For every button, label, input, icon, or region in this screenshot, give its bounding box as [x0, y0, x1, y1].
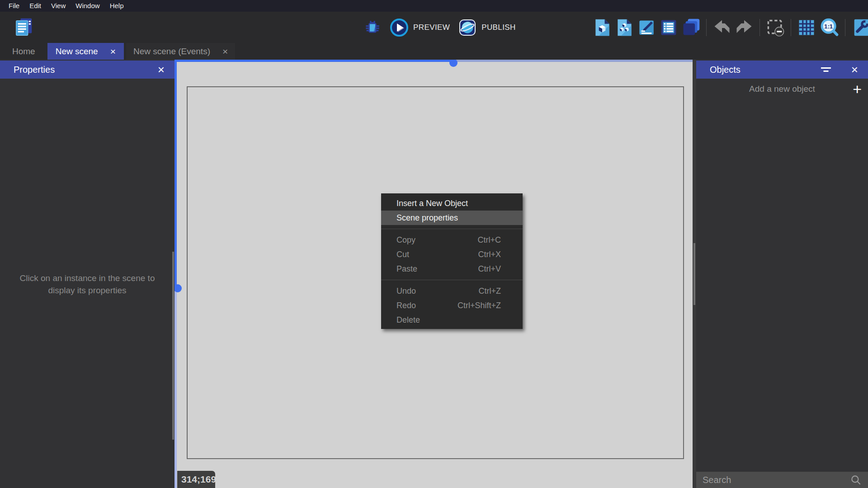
context-menu: Insert a New Object Scene properties Cop…: [381, 193, 523, 329]
scene-settings-wrench-icon[interactable]: [851, 17, 868, 38]
tab-new-scene[interactable]: New scene ×: [47, 43, 124, 60]
vscroll-thumb[interactable]: [175, 284, 182, 292]
canvas-horizontal-scrollbar[interactable]: [175, 60, 693, 62]
canvas-right-scrollbar-thumb[interactable]: [693, 243, 695, 305]
objects-panel-title: Objects: [696, 65, 821, 75]
context-menu-item-cut[interactable]: CutCtrl+X: [381, 247, 523, 262]
add-new-object-label: Add a new object: [749, 84, 815, 94]
menu-edit[interactable]: Edit: [24, 0, 46, 12]
context-menu-item-delete[interactable]: Delete: [381, 313, 523, 327]
context-menu-item-scene-properties[interactable]: Scene properties: [381, 211, 523, 225]
main-area: Properties × Click on an instance in the…: [0, 60, 868, 488]
grid-icon[interactable]: [797, 18, 816, 38]
objects-search-bar: [696, 472, 868, 488]
context-menu-separator: [381, 280, 523, 280]
properties-panel-title: Properties: [0, 65, 148, 75]
menu-file[interactable]: File: [4, 0, 24, 12]
toolbar-separator: [845, 19, 845, 36]
tab-home[interactable]: Home: [0, 43, 47, 60]
zoom-1-1-icon[interactable]: 1:1: [819, 17, 840, 38]
preview-button[interactable]: PREVIEW: [390, 18, 450, 37]
plus-icon[interactable]: +: [853, 79, 862, 99]
menu-view[interactable]: View: [46, 0, 71, 12]
filter-icon[interactable]: [821, 66, 831, 73]
hscroll-thumb[interactable]: [449, 60, 458, 67]
add-new-object-row[interactable]: Add a new object +: [696, 79, 868, 99]
edit-properties-icon[interactable]: [637, 18, 656, 38]
menu-bar: File Edit View Window Help: [0, 0, 868, 12]
tab-close-icon[interactable]: ×: [222, 47, 228, 56]
tab-new-scene-events-label: New scene (Events): [133, 47, 210, 56]
toolbar-separator: [706, 19, 707, 36]
canvas-vertical-scrollbar[interactable]: [175, 60, 177, 488]
svg-text:1:1: 1:1: [824, 23, 833, 29]
tab-home-label: Home: [12, 47, 35, 56]
properties-panel: Properties × Click on an instance in the…: [0, 60, 175, 488]
publish-button[interactable]: PUBLISH: [458, 18, 516, 37]
debugger-bug-icon[interactable]: [363, 19, 382, 37]
layers-icon[interactable]: [681, 18, 701, 38]
cursor-coordinates-badge: 314;169: [177, 471, 215, 488]
publish-label: PUBLISH: [481, 23, 516, 32]
context-menu-separator: [381, 229, 523, 229]
tab-bar: Home New scene × New scene (Events) ×: [0, 43, 868, 60]
preview-play-icon: [390, 18, 409, 37]
launch-buttons: PREVIEW PUBLISH: [363, 12, 516, 43]
context-menu-item-copy[interactable]: CopyCtrl+C: [381, 233, 523, 247]
menu-help[interactable]: Help: [105, 0, 129, 12]
properties-empty-message: Click on an instance in the scene to dis…: [0, 272, 175, 296]
objects-list-empty-area: [696, 99, 868, 472]
gdevelop-window: File Edit View Window Help: [0, 0, 868, 488]
editor-toolbar-icons: 1:1: [592, 12, 868, 43]
search-icon: [850, 474, 862, 486]
objects-editor-icon[interactable]: [592, 18, 612, 38]
instances-list-icon[interactable]: [659, 18, 679, 38]
menu-window[interactable]: Window: [71, 0, 104, 12]
publish-planet-icon: [458, 18, 477, 37]
clear-selection-icon[interactable]: [765, 18, 785, 38]
context-menu-item-redo[interactable]: RedoCtrl+Shift+Z: [381, 298, 523, 313]
properties-scrollbar[interactable]: [172, 252, 174, 440]
close-icon[interactable]: ×: [148, 61, 175, 79]
redo-icon[interactable]: [734, 18, 754, 38]
tab-new-scene-events[interactable]: New scene (Events) ×: [126, 43, 235, 60]
tab-new-scene-label: New scene: [56, 47, 98, 56]
context-menu-item-insert-new-object[interactable]: Insert a New Object: [381, 196, 523, 211]
main-toolbar: PREVIEW PUBLISH: [0, 12, 868, 43]
objects-panel-header: Objects ×: [696, 61, 868, 79]
context-menu-item-paste[interactable]: PasteCtrl+V: [381, 262, 523, 276]
search-input[interactable]: [703, 475, 850, 485]
objects-panel: Objects × Add a new object +: [696, 60, 868, 488]
object-groups-icon[interactable]: [614, 18, 634, 38]
scene-canvas[interactable]: Insert a New Object Scene properties Cop…: [175, 60, 693, 488]
toolbar-separator: [791, 19, 791, 36]
project-manager-icon[interactable]: [14, 17, 34, 38]
properties-panel-header: Properties ×: [0, 61, 175, 79]
undo-icon[interactable]: [712, 18, 732, 38]
preview-label: PREVIEW: [413, 23, 450, 32]
close-icon[interactable]: ×: [841, 61, 868, 79]
canvas-right-scrollbar[interactable]: [693, 60, 696, 488]
toolbar-separator: [760, 19, 760, 36]
context-menu-item-undo[interactable]: UndoCtrl+Z: [381, 284, 523, 298]
tab-close-icon[interactable]: ×: [110, 47, 116, 56]
